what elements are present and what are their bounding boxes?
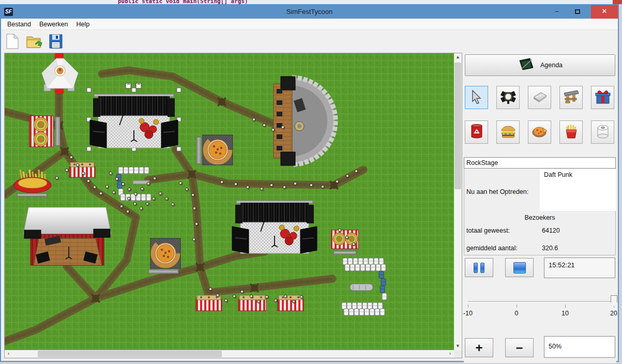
visitor-dot: [146, 202, 149, 205]
tool-pizza-button[interactable]: [528, 120, 551, 144]
agenda-book-icon: [518, 57, 535, 73]
speed-slider-track[interactable]: [468, 301, 614, 302]
now-performing-box: Daft Punk: [540, 169, 616, 211]
burger-icon: [500, 124, 517, 141]
agenda-label: Agenda: [540, 62, 563, 69]
tool-fries-button[interactable]: [559, 120, 583, 144]
visitor-dot: [292, 300, 295, 303]
total-visitors-value: 64120: [542, 227, 560, 234]
average-visitors-value: 320.6: [542, 245, 558, 252]
toilet-roll-icon: [596, 124, 610, 141]
slider-label-10: 10: [562, 310, 569, 317]
path-junction: [250, 284, 259, 292]
stage-name-input[interactable]: RockStage: [464, 157, 616, 169]
visitor-dot: [76, 163, 79, 166]
visitor-dot: [191, 193, 194, 196]
visitor-dot: [140, 207, 143, 210]
clock-display: 15:52:21: [544, 257, 615, 278]
menu-item-bestand[interactable]: Bestand: [3, 19, 35, 30]
visitor-dot: [321, 185, 324, 188]
tool-trash-bin-button[interactable]: [465, 120, 488, 144]
new-document-icon[interactable]: [4, 33, 21, 50]
stop-icon: [513, 262, 526, 274]
visitor-dot: [250, 295, 253, 298]
map-panel: ▲ ▼ ‹ ›: [4, 53, 462, 358]
tool-select-cursor-button[interactable]: [465, 86, 488, 109]
visitor-dot: [109, 172, 112, 175]
visitor-dot: [134, 192, 137, 195]
visitor-dot: [310, 184, 313, 187]
minimize-button[interactable]: –: [547, 5, 567, 19]
visitor-dot: [70, 156, 73, 159]
visitors-heading: Bezoekers: [464, 214, 615, 221]
visitor-dot: [246, 186, 249, 189]
scroll-down-icon[interactable]: ▼: [454, 342, 462, 350]
gift-icon: [595, 89, 611, 107]
stop-button[interactable]: [505, 258, 534, 277]
save-icon[interactable]: [48, 33, 64, 50]
visitor-dot: [82, 172, 85, 175]
visitor-dot: [240, 290, 244, 293]
visitor-dot: [294, 182, 297, 185]
visitor-dot: [120, 205, 123, 208]
menu-item-help[interactable]: Help: [72, 19, 94, 30]
map-vertical-scrollbar[interactable]: ▲ ▼: [454, 53, 462, 350]
tool-row-amenities: [464, 120, 616, 144]
zoom-level-field[interactable]: 50%: [544, 336, 615, 358]
path-junction: [188, 170, 196, 178]
pause-button[interactable]: [465, 258, 493, 277]
visitor-dot: [133, 202, 136, 205]
visitor-dot: [224, 299, 227, 302]
visitor-dot: [115, 177, 118, 180]
tool-toilet-roll-button[interactable]: [591, 120, 614, 144]
visitor-dot: [55, 176, 58, 179]
visitor-dot: [209, 287, 212, 291]
zoom-out-button[interactable]: −: [505, 338, 534, 357]
visitor-dot: [234, 183, 237, 186]
tool-gift-button[interactable]: [591, 86, 614, 109]
maximize-button[interactable]: [567, 5, 588, 19]
map-object-burger-table: [29, 116, 60, 147]
slider-tick: [565, 305, 566, 308]
scroll-right-icon[interactable]: ›: [446, 350, 454, 358]
visitor-dot: [284, 295, 287, 298]
visitor-dot: [99, 192, 102, 195]
slider-label-0: 0: [515, 310, 519, 317]
horizontal-scroll-thumb[interactable]: [38, 351, 222, 357]
visitor-dot: [112, 191, 115, 194]
titlebar[interactable]: SF SimFestTycoon – ✕: [1, 5, 618, 19]
zoom-in-button[interactable]: +: [465, 338, 493, 357]
stage-info-box: Daft Punk Nu aan het Optreden: Bezoekers…: [464, 169, 616, 255]
visitor-dot: [274, 299, 277, 302]
slider-tick: [468, 305, 468, 308]
visitor-dot: [252, 118, 255, 121]
visitor-dot: [127, 197, 130, 200]
visitor-dot: [233, 295, 236, 298]
visitor-dot: [216, 294, 219, 297]
tool-burger-button[interactable]: [496, 120, 520, 144]
visitor-dot: [265, 295, 268, 298]
now-performing-value: Daft Punk: [544, 171, 572, 178]
tool-road-tile-button[interactable]: [528, 86, 551, 109]
visitor-dot: [141, 187, 144, 190]
visitor-dot: [355, 170, 358, 173]
background-window-sliver: public static void main(String[] args): [0, 0, 622, 4]
festival-map[interactable]: [5, 53, 454, 350]
speed-slider-thumb[interactable]: [611, 295, 617, 307]
tool-entrance-gate-button[interactable]: [559, 86, 583, 109]
tool-spotlight-button[interactable]: [496, 86, 520, 109]
visitor-dot: [352, 242, 355, 246]
scroll-left-icon[interactable]: ‹: [5, 350, 12, 358]
map-object-striped-stand: [69, 162, 95, 177]
open-folder-icon[interactable]: [26, 33, 42, 50]
close-button[interactable]: ✕: [591, 5, 618, 19]
visitor-dot: [122, 183, 125, 186]
scroll-up-icon[interactable]: ▲: [454, 53, 462, 61]
map-object-striped-stand: [278, 295, 304, 311]
map-horizontal-scrollbar[interactable]: ‹ ›: [5, 350, 454, 358]
vertical-scroll-thumb[interactable]: [454, 63, 461, 189]
visitor-dot: [159, 192, 162, 195]
menu-item-bewerken[interactable]: Bewerken: [35, 19, 72, 30]
visitor-dot: [128, 188, 131, 191]
agenda-button[interactable]: Agenda: [465, 54, 615, 76]
